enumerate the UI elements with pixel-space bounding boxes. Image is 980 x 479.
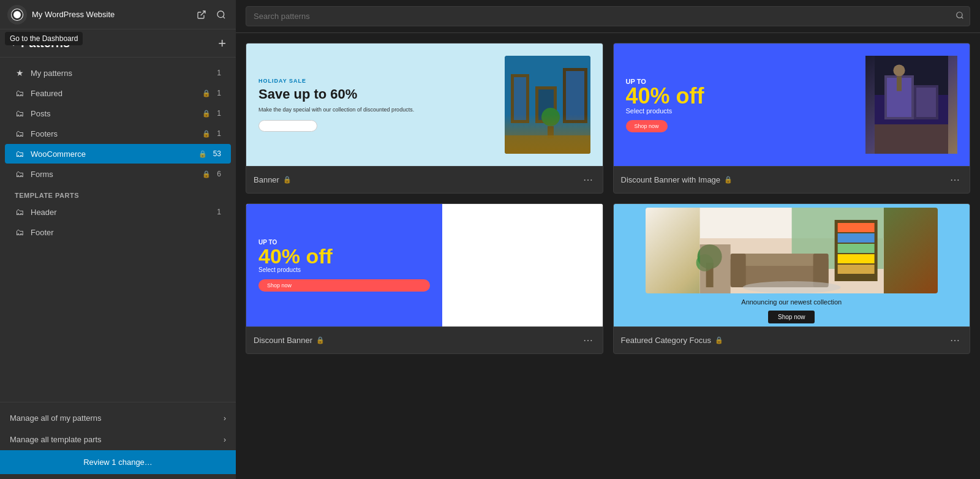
discount-banner-image-img xyxy=(865,56,957,154)
lock-icon-disc-banner: 🔒 xyxy=(316,336,325,344)
lock-icon-featured: 🔒 xyxy=(202,89,211,97)
pattern-name-discount-banner-image: Discount Banner with Image 🔒 xyxy=(621,175,948,184)
nav-label-header: Header xyxy=(31,208,211,217)
nav-label-posts: Posts xyxy=(31,109,196,118)
search-button[interactable] xyxy=(214,7,228,22)
sidebar-nav: ★ My patterns 1 🗂 Featured 🔒 1 🗂 Posts 🔒… xyxy=(0,58,236,402)
featured-category-image xyxy=(646,208,938,293)
nav-count-header: 1 xyxy=(217,208,221,216)
pattern-card-banner[interactable]: HOLIDAY SALE Save up to 60% Make the day… xyxy=(246,43,603,194)
svg-rect-23 xyxy=(875,124,948,154)
pattern-card-discount-banner[interactable]: UP TO 40% off Select products Shop now D… xyxy=(246,203,603,354)
svg-rect-14 xyxy=(505,135,590,154)
pattern-more-button-banner[interactable]: ⋯ xyxy=(581,173,595,187)
folder-icon-footer-part: 🗂 xyxy=(15,227,24,237)
pattern-name-banner: Banner 🔒 xyxy=(254,175,581,184)
search-input-wrap xyxy=(246,6,970,26)
nav-count-woocommerce: 53 xyxy=(213,149,221,158)
pattern-more-button-discount-banner[interactable]: ⋯ xyxy=(581,333,595,347)
lock-icon-footers: 🔒 xyxy=(202,130,211,138)
sidebar-footer: Manage all of my patterns › Manage all t… xyxy=(0,402,236,479)
nav-count-forms: 6 xyxy=(217,170,221,178)
pattern-card-discount-banner-image[interactable]: UP TO 40% off Select products Shop now xyxy=(613,43,971,194)
folder-icon-footers: 🗂 xyxy=(15,129,24,138)
folder-icon-featured: 🗂 xyxy=(15,88,24,98)
pattern-more-button-featured-category-focus[interactable]: ⋯ xyxy=(948,333,962,347)
wp-logo-inner xyxy=(11,9,23,21)
sidebar-item-my-patterns[interactable]: ★ My patterns 1 xyxy=(5,63,231,83)
svg-line-2 xyxy=(223,17,225,18)
sidebar-item-featured[interactable]: 🗂 Featured 🔒 1 xyxy=(5,83,231,103)
manage-template-parts-link[interactable]: Manage all template parts › xyxy=(0,429,236,450)
svg-point-3 xyxy=(957,12,962,18)
pattern-preview-discount-banner: UP TO 40% off Select products Shop now xyxy=(246,204,603,326)
pattern-card-featured-category-focus[interactable]: Announcing our newest collection Shop no… xyxy=(613,203,971,354)
svg-line-4 xyxy=(962,17,963,19)
star-icon: ★ xyxy=(15,68,24,78)
feat-cat-text: Announcing our newest collection xyxy=(741,298,842,306)
svg-rect-32 xyxy=(837,265,874,274)
nav-label-my-patterns: My patterns xyxy=(31,69,211,78)
pattern-preview-banner: HOLIDAY SALE Save up to 60% Make the day… xyxy=(246,43,603,166)
svg-rect-35 xyxy=(730,254,745,287)
pattern-footer-banner: Banner 🔒 ⋯ xyxy=(246,166,603,193)
svg-rect-11 xyxy=(566,71,584,120)
banner-text-content: HOLIDAY SALE Save up to 60% Make the day… xyxy=(258,78,499,131)
nav-label-woocommerce: WooCommerce xyxy=(31,149,192,159)
nav-count-footers: 1 xyxy=(217,129,221,138)
sidebar-item-header[interactable]: 🗂 Header 1 xyxy=(5,202,231,222)
disc-noimg-right xyxy=(442,204,603,326)
pattern-more-button-discount-banner-image[interactable]: ⋯ xyxy=(948,173,962,187)
svg-rect-13 xyxy=(548,126,554,138)
svg-rect-34 xyxy=(733,254,819,266)
patterns-grid: HOLIDAY SALE Save up to 60% Make the day… xyxy=(236,33,980,479)
site-title: My WordPress Website xyxy=(32,10,189,19)
svg-rect-31 xyxy=(837,254,874,263)
pattern-name-featured-category-focus: Featured Category Focus 🔒 xyxy=(621,336,948,345)
sidebar-topbar: My WordPress Website xyxy=(0,0,236,29)
sidebar-item-footer-part[interactable]: 🗂 Footer xyxy=(5,222,231,242)
manage-template-parts-label: Manage all template parts xyxy=(10,435,102,444)
wp-logo xyxy=(7,5,27,25)
nav-label-footer-part: Footer xyxy=(31,228,215,237)
sidebar-item-posts[interactable]: 🗂 Posts 🔒 1 xyxy=(5,104,231,123)
template-parts-section-label: TEMPLATE PARTS xyxy=(0,184,236,202)
svg-rect-22 xyxy=(897,77,902,91)
svg-rect-41 xyxy=(699,244,730,293)
svg-point-40 xyxy=(742,281,840,293)
nav-count-my-patterns: 1 xyxy=(217,69,221,77)
lock-icon-banner: 🔒 xyxy=(283,176,292,184)
svg-line-0 xyxy=(201,11,205,15)
folder-icon-header: 🗂 xyxy=(15,207,24,217)
sidebar: My WordPress Website Go to the Dashboard… xyxy=(0,0,236,479)
nav-count-featured: 1 xyxy=(217,89,221,97)
sidebar-item-woocommerce[interactable]: 🗂 WooCommerce 🔒 53 xyxy=(5,144,231,164)
manage-patterns-link[interactable]: Manage all of my patterns › xyxy=(0,407,236,429)
review-changes-button[interactable]: Review 1 change… xyxy=(0,450,236,474)
chevron-right-icon-manage-patterns: › xyxy=(224,414,226,423)
lock-icon-disc-banner-img: 🔒 xyxy=(724,176,733,184)
svg-rect-29 xyxy=(837,233,874,243)
search-bar xyxy=(236,0,980,33)
lock-icon-woocommerce: 🔒 xyxy=(198,150,207,158)
pattern-preview-featured-category-focus: Announcing our newest collection Shop no… xyxy=(614,204,970,326)
lock-icon-forms: 🔒 xyxy=(202,170,211,178)
manage-patterns-label: Manage all of my patterns xyxy=(10,413,102,423)
folder-icon-forms: 🗂 xyxy=(15,169,24,179)
svg-point-12 xyxy=(541,108,560,126)
disc-text-content: UP TO 40% off Select products Shop now xyxy=(626,78,860,132)
pattern-footer-discount-banner-image: Discount Banner with Image 🔒 ⋯ xyxy=(614,166,970,193)
sidebar-item-footers[interactable]: 🗂 Footers 🔒 1 xyxy=(5,124,231,143)
pattern-name-discount-banner: Discount Banner 🔒 xyxy=(254,336,581,345)
main-content: HOLIDAY SALE Save up to 60% Make the day… xyxy=(236,0,980,479)
disc-noimg-left: UP TO 40% off Select products Shop now xyxy=(246,204,442,326)
svg-rect-9 xyxy=(538,89,554,120)
folder-icon-posts: 🗂 xyxy=(15,108,24,118)
add-pattern-button[interactable]: + xyxy=(218,37,226,50)
search-input[interactable] xyxy=(246,6,970,26)
sidebar-item-forms[interactable]: 🗂 Forms 🔒 6 xyxy=(5,164,231,184)
svg-rect-7 xyxy=(514,77,526,120)
nav-label-forms: Forms xyxy=(31,170,196,179)
nav-count-posts: 1 xyxy=(217,109,221,118)
external-link-button[interactable] xyxy=(194,7,209,22)
